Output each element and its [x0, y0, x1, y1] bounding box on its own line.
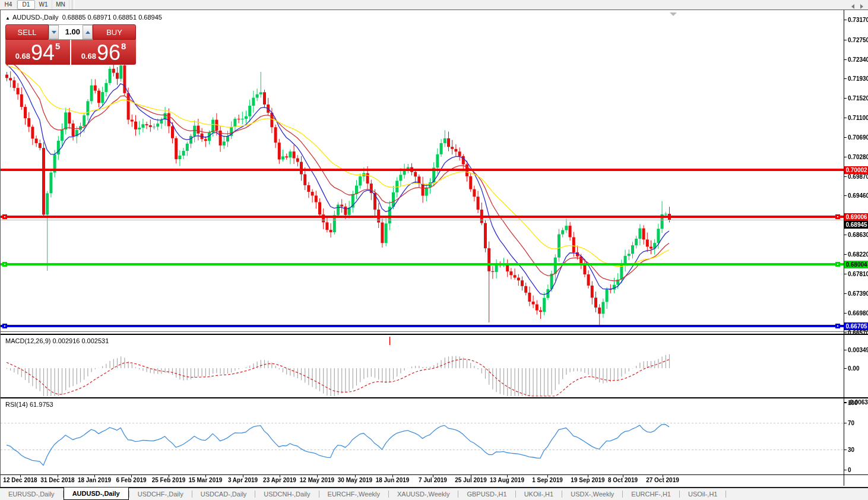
axis-tick	[844, 195, 847, 196]
sell-price-prefix: 0.68	[15, 52, 30, 61]
sell-button[interactable]: SELL	[5, 24, 49, 40]
timeframe-button-w1[interactable]: W1	[35, 0, 52, 10]
pane-splitter[interactable]	[1, 397, 868, 398]
level-price-badge: 0.69006	[844, 213, 868, 221]
axis-tick	[844, 157, 847, 157]
axis-tick	[844, 368, 847, 369]
chart-tab[interactable]: UKOil-,H1	[516, 489, 562, 500]
volume-stepper: 1.00	[49, 24, 93, 40]
chart-collapse-icon[interactable]: ▲	[5, 15, 10, 21]
chart-tab[interactable]: USDX-,Weekly	[562, 489, 622, 500]
chart-tab[interactable]: USOil-,H1	[680, 489, 726, 500]
rsi-axis-label: 100	[848, 399, 858, 407]
trading-app: H4D1W1MN ▲AUDUSD-,Daily 0.68885 0.68971 …	[0, 0, 868, 500]
macd-indicator-label: MACD(12,26,9) 0.002916 0.002531	[5, 337, 109, 344]
price-axis-label: 0.66980	[848, 309, 868, 317]
price-axis-label: 0.69460	[848, 192, 868, 200]
date-axis-label: 7 Jul 2019	[413, 477, 452, 483]
chart-shift-marker-icon[interactable]	[670, 12, 677, 16]
axis-tick	[844, 350, 847, 350]
current-price-badge: 0.68945	[844, 221, 868, 229]
buy-price-pip: 8	[121, 41, 126, 51]
date-axis-label: 27 Oct 2019	[643, 477, 682, 483]
chevron-down-icon	[52, 31, 56, 34]
axis-tick	[844, 403, 847, 403]
chart-tab[interactable]: EURUSD-,Daily	[0, 489, 63, 500]
price-axis-label: 0.70280	[848, 153, 868, 161]
chart-tab[interactable]: AUDUSD-,Daily	[64, 488, 129, 500]
axis-tick	[844, 470, 847, 470]
level-price-badge: 0.66705	[844, 322, 868, 330]
buy-button[interactable]: BUY	[93, 24, 136, 40]
date-axis-label: 23 Apr 2019	[260, 477, 299, 483]
axis-tick	[844, 118, 847, 118]
date-axis-label: 12 May 2019	[297, 477, 337, 483]
axis-tick	[844, 333, 847, 333]
price-axis-label: 0.70690	[848, 134, 868, 141]
buy-price-display[interactable]: 0.68 96 8	[71, 40, 136, 65]
chart-tab[interactable]: USDCAD-,Daily	[192, 489, 255, 500]
rsi-indicator-label: RSI(14) 61.9753	[5, 401, 53, 408]
level-price-badge: 0.70002	[844, 166, 868, 174]
macd-axis-label: 0.00349	[848, 346, 868, 354]
axis-tick	[844, 235, 847, 235]
date-axis-label: 25 Feb 2019	[149, 477, 188, 483]
toolbar-separator	[72, 0, 75, 10]
axis-tick	[844, 40, 847, 40]
chart-tab[interactable]: USDCNH-,Daily	[255, 489, 318, 500]
pane-splitter[interactable]	[1, 334, 868, 335]
macd-axis-label: 0.00	[848, 365, 859, 372]
price-axis-label: 0.71100	[848, 114, 868, 122]
axis-tick	[844, 423, 847, 423]
chart-tab[interactable]: USDCHF-,Daily	[129, 489, 192, 500]
tab-scroll-left-icon[interactable]	[851, 4, 854, 9]
date-axis-label: 12 Dec 2018	[1, 477, 40, 483]
date-axis-label: 18 Jan 2019	[75, 477, 114, 483]
date-axis-label: 19 Sep 2019	[568, 477, 607, 483]
volume-input[interactable]: 1.00	[59, 25, 83, 39]
date-axis-label: 1 Sep 2019	[528, 477, 567, 483]
date-axis-label: 8 Oct 2019	[603, 477, 642, 483]
chevron-up-icon	[85, 31, 90, 34]
buy-price-main: 96	[97, 43, 121, 63]
sell-price-pip: 5	[55, 41, 60, 51]
timeframe-button-h4[interactable]: H4	[0, 0, 17, 10]
axis-tick	[844, 78, 847, 79]
chart-tab[interactable]: XAUUSD-,Weekly	[389, 489, 458, 500]
rsi-axis-label: 30	[848, 446, 854, 454]
timeframe-button-mn[interactable]: MN	[52, 0, 69, 10]
price-axis-line	[844, 10, 844, 486]
axis-tick	[844, 450, 847, 450]
axis-tick	[844, 274, 847, 274]
rsi-pane-canvas[interactable]	[1, 399, 844, 474]
chart-tab[interactable]: GBPUSD-,H1	[458, 489, 515, 500]
chart-tab[interactable]: EURCHF-,H1	[623, 489, 679, 500]
pane-splitter[interactable]	[1, 331, 868, 332]
date-axis-label: 30 May 2019	[335, 477, 375, 483]
chart-title: ▲AUDUSD-,Daily 0.68885 0.68971 0.68851 0…	[5, 14, 162, 21]
axis-tick	[844, 20, 847, 20]
date-axis-label: 13 Aug 2019	[487, 477, 527, 483]
volume-decrease-button[interactable]	[49, 25, 59, 39]
date-axis-label: 31 Dec 2018	[38, 477, 77, 483]
buy-price-prefix: 0.68	[81, 52, 96, 61]
chart-ohlc-values: 0.68885 0.68971 0.68851 0.68945	[62, 14, 162, 21]
rsi-axis-label: 0	[848, 466, 851, 474]
axis-tick	[844, 59, 847, 60]
macd-pane-canvas[interactable]	[1, 336, 844, 397]
price-axis-label: 0.68220	[848, 251, 868, 258]
price-axis-label: 0.72340	[848, 56, 868, 64]
tab-scroll-arrows	[851, 4, 863, 9]
sell-price-display[interactable]: 0.68 94 5	[5, 40, 70, 65]
sell-price-main: 94	[31, 43, 55, 63]
price-axis-label: 0.72750	[848, 36, 868, 44]
level-price-badge: 0.68004	[844, 261, 868, 268]
date-axis-label: 15 Mar 2019	[186, 477, 225, 483]
price-axis-label: 0.71930	[848, 75, 868, 83]
price-axis-label: 0.73170	[848, 16, 868, 24]
timeframe-button-d1[interactable]: D1	[17, 0, 35, 10]
axis-tick	[844, 293, 847, 294]
volume-increase-button[interactable]	[83, 25, 93, 39]
tab-scroll-right-icon[interactable]	[860, 4, 863, 9]
chart-tab[interactable]: EURCHF-,Weekly	[319, 489, 388, 500]
